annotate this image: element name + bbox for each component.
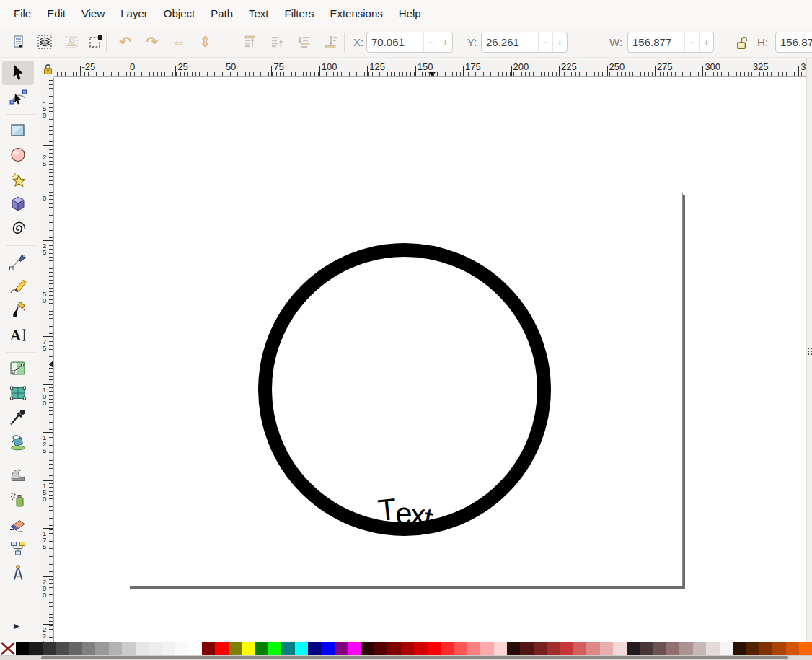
palette-swatch-333333[interactable] [43, 642, 56, 655]
palette-swatch-ececec[interactable] [149, 642, 162, 655]
menu-view[interactable]: View [74, 0, 112, 27]
palette-swatch-008000[interactable] [255, 642, 268, 655]
palette-swatch-803300[interactable] [759, 642, 772, 655]
palette-swatch-800000[interactable] [202, 642, 215, 655]
palette-swatch-999999[interactable] [95, 642, 108, 655]
palette-swatch-ffffff[interactable] [188, 642, 201, 655]
palette-swatch-666666[interactable] [69, 642, 82, 655]
snap-toolbar-grip[interactable] [808, 345, 812, 358]
palette-swatch-aa4400[interactable] [772, 642, 785, 655]
node-tool[interactable] [2, 85, 34, 110]
menu-layer[interactable]: Layer [112, 0, 156, 27]
w-increment-button[interactable]: + [699, 32, 713, 52]
box3d-tool[interactable] [2, 192, 34, 216]
w-value[interactable]: 156.877 [628, 32, 684, 52]
palette-swatch-d45500[interactable] [786, 642, 799, 655]
text-tool[interactable]: A [2, 323, 34, 348]
palette-swatch-008080[interactable] [281, 642, 294, 655]
flip-horizontal-button[interactable]: ⇔ [169, 32, 188, 51]
toolbox-expand-arrow[interactable]: ▶ [14, 622, 19, 630]
palette-swatch-ff0000[interactable] [428, 642, 441, 655]
palette-swatch-00ff00[interactable] [268, 642, 281, 655]
palette-swatch-000080[interactable] [308, 642, 321, 655]
select-all-in-all-layers-button[interactable] [35, 32, 54, 51]
paint-bucket-tool[interactable] [2, 430, 34, 454]
x-value[interactable]: 70.061 [367, 32, 423, 52]
palette-swatch-e3dbdb[interactable] [706, 642, 719, 655]
palette-swatch-c8b7b7[interactable] [693, 642, 706, 655]
calligraphy-tool[interactable] [2, 299, 34, 323]
menu-file[interactable]: File [6, 0, 39, 27]
palette-swatch-ff5555[interactable] [454, 642, 467, 655]
palette-swatch-aa0000[interactable] [401, 642, 414, 655]
palette-swatch-800080[interactable] [335, 642, 348, 655]
menu-text[interactable]: Text [241, 0, 277, 27]
palette-swatch-e6e6e6[interactable] [136, 642, 149, 655]
palette-swatch-2b0000[interactable] [361, 642, 374, 655]
palette-swatch-501616[interactable] [520, 642, 533, 655]
palette-swatch-550000[interactable] [374, 642, 387, 655]
menu-edit[interactable]: Edit [39, 0, 74, 27]
palette-swatch-4d4d4d[interactable] [56, 642, 69, 655]
palette-swatch-916f6f[interactable] [666, 642, 679, 655]
y-value[interactable]: 26.261 [482, 32, 538, 52]
palette-swatch-ffaaaa[interactable] [480, 642, 493, 655]
mesh-tool[interactable] [2, 381, 34, 405]
no-color-swatch[interactable] [0, 642, 16, 655]
raise-to-top-button[interactable] [241, 32, 260, 51]
palette-swatch-b3b3b3[interactable] [109, 642, 122, 655]
palette-swatch-ffd5d5[interactable] [494, 642, 507, 655]
gradient-tool[interactable] [2, 356, 34, 381]
menu-help[interactable]: Help [391, 0, 429, 27]
measure-tool[interactable] [2, 561, 34, 586]
palette-swatch-0000ff[interactable] [321, 642, 334, 655]
lock-width-height-toggle[interactable] [736, 35, 750, 50]
raise-button[interactable] [268, 32, 286, 51]
palette-swatch-000000[interactable] [16, 642, 29, 655]
x-increment-button[interactable]: + [438, 32, 452, 52]
palette-swatch-f7f4f4[interactable] [720, 642, 733, 655]
lower-button[interactable] [294, 32, 313, 51]
palette-swatch-808080[interactable] [82, 642, 95, 655]
palette-swatch-2b1100[interactable] [733, 642, 746, 655]
circle-object[interactable] [258, 243, 551, 536]
h-field[interactable]: 156.87−+ [775, 32, 812, 53]
rotate-90-cw-button[interactable]: ↷ [143, 32, 162, 51]
palette-swatch-f4d7d7[interactable] [613, 642, 626, 655]
connector-tool[interactable] [2, 537, 34, 561]
dropper-tool[interactable] [2, 405, 34, 430]
palette-swatch-f2f2f2[interactable] [162, 642, 175, 655]
palette-swatch-ff2a2a[interactable] [441, 642, 454, 655]
palette-swatch-782121[interactable] [534, 642, 547, 655]
palette-swatch-6c5353[interactable] [653, 642, 666, 655]
menu-object[interactable]: Object [156, 0, 203, 27]
palette-swatch-de8787[interactable] [586, 642, 599, 655]
palette-swatch-1a1a1a[interactable] [29, 642, 42, 655]
palette-swatch-552200[interactable] [746, 642, 759, 655]
palette-swatch-800000[interactable] [387, 642, 400, 655]
lock-guides-toggle[interactable] [41, 61, 54, 77]
y-decrement-button[interactable]: − [538, 32, 552, 52]
palette-swatch-483737[interactable] [640, 642, 653, 655]
palette-swatch-00ffff[interactable] [295, 642, 308, 655]
lower-to-bottom-button[interactable] [321, 32, 340, 51]
y-increment-button[interactable]: + [552, 32, 567, 52]
palette-swatch-ff6600[interactable] [799, 642, 812, 655]
spiral-tool[interactable] [2, 216, 34, 241]
x-field[interactable]: 70.061−+ [366, 32, 453, 53]
eraser-tool[interactable] [2, 512, 34, 537]
rotate-90-ccw-button[interactable]: ↶ [116, 32, 135, 51]
menu-filters[interactable]: Filters [277, 0, 322, 27]
deselect-button[interactable] [62, 32, 81, 51]
palette-swatch-ac9393[interactable] [679, 642, 692, 655]
flip-vertical-button[interactable]: ⇕ [196, 32, 215, 51]
palette-swatch-c83737[interactable] [560, 642, 573, 655]
w-field[interactable]: 156.877−+ [627, 32, 714, 53]
star-tool[interactable] [2, 167, 34, 192]
pen-tool[interactable] [2, 250, 34, 274]
palette-swatch-ff0000[interactable] [215, 642, 228, 655]
palette-swatch-d35f5f[interactable] [573, 642, 586, 655]
palette-swatch-a02c2c[interactable] [547, 642, 560, 655]
palette-swatch-e9afaf[interactable] [600, 642, 613, 655]
palette-swatch-f9f9f9[interactable] [175, 642, 188, 655]
